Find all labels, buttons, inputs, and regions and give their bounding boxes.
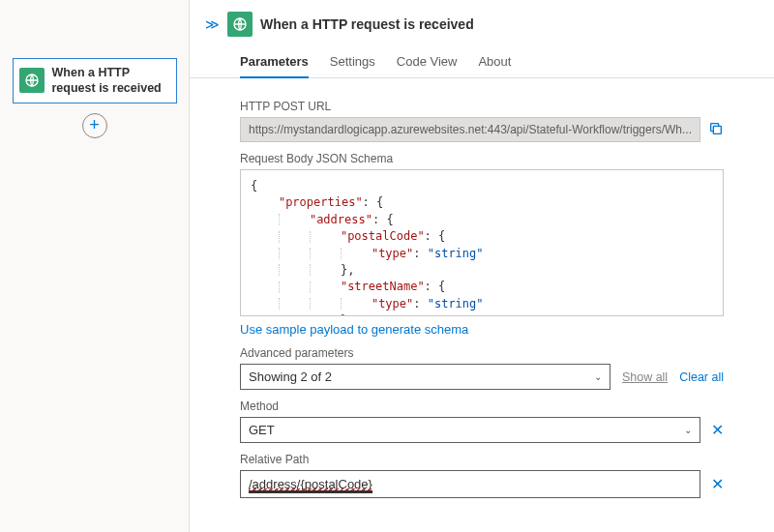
copy-icon[interactable] bbox=[708, 121, 724, 139]
method-label: Method bbox=[240, 399, 724, 413]
url-label: HTTP POST URL bbox=[240, 100, 724, 113]
add-step-button[interactable]: + bbox=[82, 113, 107, 138]
adv-params-value: Showing 2 of 2 bbox=[249, 369, 332, 384]
use-sample-payload-link[interactable]: Use sample payload to generate schema bbox=[240, 322, 468, 337]
trigger-node-label: When a HTTP request is received bbox=[52, 65, 170, 97]
http-post-url: https://mystandardlogicapp.azurewebsites… bbox=[240, 117, 700, 142]
chevron-down-icon: ⌄ bbox=[594, 371, 602, 382]
http-request-icon bbox=[19, 68, 45, 93]
tab-about[interactable]: About bbox=[478, 48, 511, 77]
http-request-icon bbox=[227, 12, 253, 37]
relative-path-label: Relative Path bbox=[240, 453, 724, 466]
tab-bar: Parameters Settings Code View About bbox=[190, 44, 774, 78]
method-value: GET bbox=[249, 423, 275, 437]
adv-params-select[interactable]: Showing 2 of 2 ⌄ bbox=[240, 364, 610, 390]
method-select[interactable]: GET ⌄ bbox=[240, 417, 700, 443]
svg-rect-2 bbox=[713, 126, 721, 133]
remove-path-button[interactable]: ✕ bbox=[710, 475, 724, 493]
panel-title: When a HTTP request is received bbox=[260, 16, 474, 32]
chevron-down-icon: ⌄ bbox=[684, 425, 692, 435]
tab-settings[interactable]: Settings bbox=[330, 48, 375, 77]
tab-parameters[interactable]: Parameters bbox=[240, 48, 309, 78]
trigger-node[interactable]: When a HTTP request is received bbox=[13, 58, 177, 103]
workflow-canvas: When a HTTP request is received + bbox=[0, 0, 189, 532]
schema-editor[interactable]: { "properties": { "address": { "postalCo… bbox=[240, 169, 724, 316]
schema-label: Request Body JSON Schema bbox=[240, 152, 724, 165]
clear-all-link[interactable]: Clear all bbox=[679, 370, 724, 384]
remove-method-button[interactable]: ✕ bbox=[710, 421, 724, 439]
show-all-link[interactable]: Show all bbox=[622, 370, 668, 384]
tab-code-view[interactable]: Code View bbox=[397, 48, 458, 77]
adv-params-label: Advanced parameters bbox=[240, 346, 724, 360]
relative-path-input[interactable]: /address/{postalCode} bbox=[240, 470, 700, 498]
trigger-config-panel: ≫ When a HTTP request is received Parame… bbox=[189, 0, 774, 532]
collapse-panel-icon[interactable]: ≫ bbox=[205, 16, 220, 32]
